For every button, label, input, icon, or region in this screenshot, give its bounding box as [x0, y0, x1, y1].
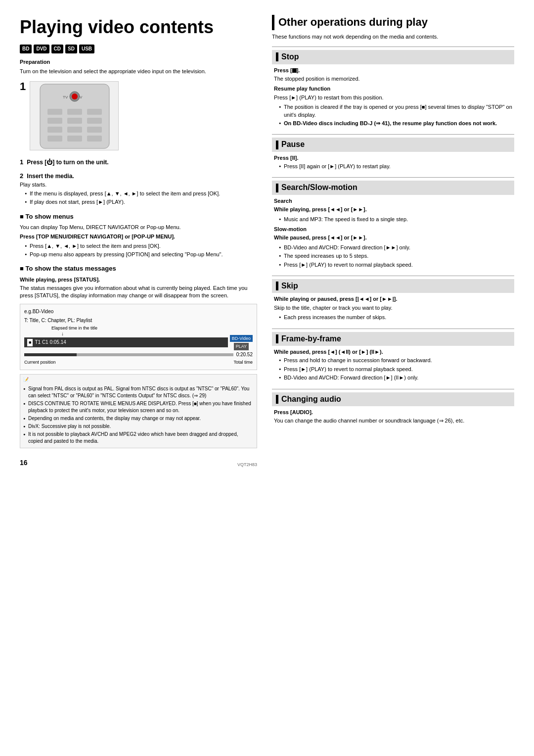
op-pause-content: Press [II]. Press [II] again or [►] (PLA…: [272, 154, 514, 171]
op-audio-content: Press [AUDIO]. You can change the audio …: [272, 409, 514, 425]
op-stop-bullet-2-text: On BD-Video discs including BD-J (⇒ 41),…: [284, 120, 497, 126]
status-press: While playing, press [STATUS].: [20, 276, 257, 284]
status-bar-row: ■ T1 C1 0:05.14 BD-Video PLAY: [24, 335, 253, 350]
show-menus-bullet-1: Press [▲, ▼, ◄, ►] to select the item an…: [25, 242, 257, 250]
op-skip-bullets: Each press increases the number of skips…: [274, 314, 512, 321]
op-stop: Stop Press []. The stopped position is m…: [272, 47, 514, 127]
badge-cd: CD: [51, 45, 63, 53]
op-frame: Frame-by-frame While paused, press [◄] (…: [272, 329, 514, 382]
status-badge-area: BD-Video PLAY: [230, 335, 253, 350]
op-frame-press: While paused, press [◄] (◄II) or [►] (II…: [274, 348, 512, 356]
op-audio-title: Changing audio: [272, 392, 514, 406]
device-image: 1 TV V: [20, 81, 257, 150]
op-slow-sub-title: Slow-motion: [274, 226, 512, 233]
elapsed-arrow: ↓: [61, 331, 64, 337]
badge-sd: SD: [65, 45, 77, 53]
step1-text: Press [⏻] to turn on the unit.: [27, 159, 108, 166]
show-menus-heading: ■ To show menus: [20, 212, 257, 221]
preparation-text: Turn on the television and select the ap…: [20, 68, 257, 75]
note-icon: 📝: [23, 377, 254, 383]
op-search-title: Search/Slow-motion: [272, 181, 514, 194]
remote-control-svg: TV V: [30, 81, 119, 150]
op-pause-bar: [276, 141, 278, 149]
op-frame-bullet-3: BD-Video and AVCHD: Forward direction [►…: [279, 374, 512, 381]
total-time-label: Total time: [233, 359, 253, 366]
op-stop-resume-title: Resume play function: [274, 85, 512, 93]
page-title: Playing video contents: [20, 15, 257, 40]
preparation-title: Preparation: [20, 58, 257, 66]
page-footer: 16 VQT2H83: [20, 458, 257, 468]
op-slow-bullets: BD-Video and AVCHD: Forward direction [►…: [274, 244, 512, 269]
step2-bullet-1: If the menu is displayed, press [▲, ▼, ◄…: [25, 190, 257, 197]
step2-num: 2: [20, 172, 23, 180]
status-indicator: ■: [27, 339, 33, 346]
bd-video-badge: BD-Video: [230, 335, 253, 342]
op-audio: Changing audio Press [AUDIO]. You can ch…: [272, 389, 514, 425]
right-intro: These functions may not work depending o…: [272, 33, 514, 41]
note-4: DivX: Successive play is not possible.: [23, 423, 254, 430]
step2-block: 2 Insert the media. Play starts. If the …: [20, 172, 257, 206]
stop-icon: [292, 68, 297, 73]
op-skip-bullet-1: Each press increases the number of skips…: [279, 314, 512, 321]
op-pause-press: Press [II].: [274, 154, 512, 162]
op-pause: Pause Press [II]. Press [II] again or [►…: [272, 134, 514, 170]
svg-rect-4: [87, 109, 102, 115]
op-skip: Skip While playing or paused, press [|◄◄…: [272, 276, 514, 322]
op-search-sub-content: While playing, press [◄◄] or [►►].: [274, 206, 512, 213]
play-badge: PLAY: [234, 343, 249, 350]
svg-rect-13: [87, 136, 102, 142]
step2-bullet-2: If play does not start, press [►] (PLAY)…: [25, 198, 257, 206]
op-frame-bullets: Press and hold to change in succession f…: [274, 357, 512, 381]
op-stop-body: The stopped position is memorized.: [274, 75, 512, 83]
svg-text:TV: TV: [63, 95, 68, 99]
status-progress: 0:20.52: [24, 351, 253, 358]
op-search-sub-title: Search: [274, 197, 512, 205]
op-skip-label: Skip: [281, 281, 298, 291]
op-frame-bullet-2: Press [►] (PLAY) to revert to normal pla…: [279, 366, 512, 373]
status-heading: ■ To show the status messages: [20, 264, 257, 273]
status-eg: e.g.BD-Video: [24, 308, 253, 315]
media-badges: BD DVD CD SD USB: [20, 45, 257, 53]
op-skip-body: Skip to the title, chapter or track you …: [274, 304, 512, 312]
elapsed-label: Elapsed time in the title: [51, 325, 97, 331]
status-messages-section: ■ To show the status messages While play…: [20, 264, 257, 370]
op-search-bar: [276, 184, 278, 192]
right-section-title: Other operations during play: [272, 15, 514, 30]
show-menus-section: ■ To show menus You can display Top Menu…: [20, 212, 257, 259]
op-slow-sub-content: While paused, press [◄◄] or [►►].: [274, 234, 512, 241]
op-frame-content: While paused, press [◄] (◄II) or [►] (II…: [272, 348, 514, 382]
left-column: Playing video contents BD DVD CD SD USB …: [20, 15, 257, 468]
op-audio-body: You can change the audio channel number …: [274, 417, 512, 425]
note-1: Signal from PAL discs is output as PAL. …: [23, 385, 254, 399]
page-number: 16: [20, 458, 28, 468]
status-playlist: T: Title, C: Chapter, PL: Playlist: [24, 317, 253, 324]
status-bar-main: ■ T1 C1 0:05.14: [24, 337, 228, 347]
status-labels: Current position Total time: [24, 359, 253, 366]
right-column: Other operations during play These funct…: [272, 15, 514, 468]
step2-subtext: Play starts.: [20, 181, 257, 189]
op-stop-content: Press []. The stopped position is memori…: [272, 67, 514, 128]
badge-usb: USB: [79, 45, 94, 53]
note-box: 📝 Signal from PAL discs is output as PAL…: [20, 374, 257, 449]
op-stop-bullet-1: The position is cleared if the tray is o…: [279, 103, 512, 119]
svg-rect-12: [67, 136, 82, 142]
svg-point-14: [72, 94, 78, 99]
svg-rect-3: [67, 109, 82, 115]
status-text: The status messages give you information…: [20, 284, 257, 300]
op-stop-title: Stop: [272, 50, 514, 64]
show-menus-bullets: Press [▲, ▼, ◄, ►] to select the item an…: [20, 242, 257, 259]
op-skip-press: While playing or paused, press [|◄◄] or …: [274, 295, 512, 303]
badge-dvd: DVD: [34, 45, 49, 53]
op-pause-bullets: Press [II] again or [►] (PLAY) to restar…: [274, 163, 512, 170]
note-2: DISCS CONTINUE TO ROTATE WHILE MENUS ARE…: [23, 400, 254, 414]
step2-bullets: If the menu is displayed, press [▲, ▼, ◄…: [20, 190, 257, 206]
svg-rect-9: [67, 127, 82, 133]
svg-rect-7: [87, 118, 102, 124]
op-stop-bullet-2: On BD-Video discs including BD-J (⇒ 41),…: [279, 120, 512, 127]
status-bar-area: Elapsed time in the title ↓ ■ T1 C1 0:05…: [24, 335, 253, 366]
op-audio-label: Changing audio: [281, 394, 341, 405]
op-audio-press: Press [AUDIO].: [274, 409, 512, 416]
footnote-list: Signal from PAL discs is output as PAL. …: [23, 385, 254, 445]
svg-rect-10: [87, 127, 102, 133]
note-5: It is not possible to playback AVCHD and…: [23, 431, 254, 445]
